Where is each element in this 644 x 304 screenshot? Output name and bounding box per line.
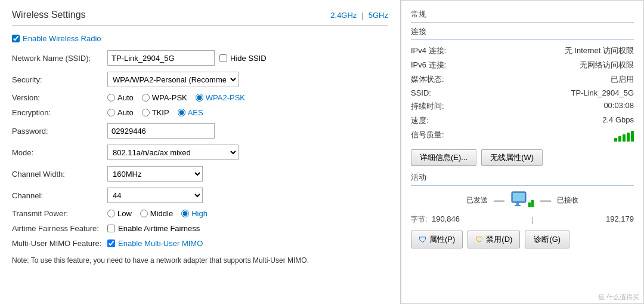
- connection-info-table: IPv4 连接: 无 Internet 访问权限 IPv6 连接: 无网络访问权…: [411, 44, 634, 143]
- bytes-row: 字节: 190,846 | 192,179: [411, 214, 634, 225]
- version-wpapsk-radio[interactable]: [142, 94, 150, 102]
- freq-24ghz-tab[interactable]: 2.4GHz: [330, 11, 357, 20]
- version-radio-group: Auto WPA-PSK WPA2-PSK: [107, 93, 388, 102]
- arrow-icon-2: —: [540, 194, 551, 207]
- enc-tkip-radio[interactable]: [142, 109, 150, 116]
- signal-bar-2: [618, 136, 621, 142]
- channel-label: Channel:: [12, 191, 107, 200]
- connection-section-header: 连接: [411, 26, 634, 40]
- mimo-value-group: Enable Multi-User MIMO: [107, 239, 388, 248]
- freq-separator: |: [361, 11, 363, 20]
- bytes-divider: |: [532, 215, 534, 224]
- transmit-power-row: Transmit Power: Low Middle High: [12, 209, 388, 218]
- airtime-checkbox[interactable]: [107, 225, 115, 232]
- transmit-radio-group: Low Middle High: [107, 209, 388, 218]
- airtime-value-group: Enable Airtime Fairness: [107, 224, 388, 233]
- tx-middle-option[interactable]: Middle: [140, 209, 173, 218]
- channel-width-row: Channel Width: 160MHz: [12, 166, 388, 182]
- properties-button[interactable]: 🛡 属性(P): [411, 231, 463, 248]
- shield-blue-icon: 🛡: [419, 235, 427, 244]
- ssid-input[interactable]: [107, 50, 215, 66]
- channel-width-value-group: 160MHz: [107, 166, 388, 182]
- enc-aes-option[interactable]: AES: [178, 108, 203, 117]
- ipv6-key: IPv6 连接:: [411, 60, 459, 70]
- signal-bar-4: [627, 133, 630, 142]
- wireless-settings-panel: Wireless Settings 2.4GHz | 5GHz Enable W…: [0, 0, 401, 304]
- activity-icons-row: 已发送 — — 已接收: [411, 191, 634, 210]
- enc-auto-option[interactable]: Auto: [107, 108, 134, 117]
- tx-low-radio[interactable]: [107, 210, 115, 217]
- svg-rect-2: [516, 202, 519, 205]
- sent-label: 已发送: [466, 195, 488, 205]
- enc-tkip-option[interactable]: TKIP: [142, 108, 169, 117]
- ssid-row: Network Name (SSID): Hide SSID: [12, 50, 388, 66]
- enable-wireless-checkbox[interactable]: [12, 35, 20, 42]
- channel-width-select[interactable]: 160MHz: [107, 166, 203, 182]
- bottom-btn-row: 🛡 属性(P) 🛡 禁用(D) 诊断(G): [411, 231, 634, 248]
- panel-header: Wireless Settings 2.4GHz | 5GHz: [12, 10, 388, 26]
- password-row: Password:: [12, 123, 388, 139]
- security-value-group: WPA/WPA2-Personal (Recommended): [107, 72, 388, 87]
- mimo-checkbox[interactable]: [107, 239, 115, 247]
- right-panel-inner: 常规 连接 IPv4 连接: 无 Internet 访问权限 IPv6 连接: …: [401, 0, 644, 304]
- hide-ssid-checkbox[interactable]: [219, 54, 227, 62]
- tx-high-radio[interactable]: [181, 210, 189, 217]
- version-auto-radio[interactable]: [107, 94, 115, 102]
- channel-value-group: 44: [107, 188, 388, 203]
- enc-tkip-label: TKIP: [152, 108, 169, 117]
- bytes-received-val: 192,179: [606, 214, 634, 223]
- bytes-sent-group: 字节: 190,846: [411, 214, 460, 225]
- note-text: Note: To use this feature, you need to h…: [12, 256, 309, 265]
- version-wpa2psk-option[interactable]: WPA2-PSK: [196, 93, 245, 102]
- wireless-properties-button[interactable]: 无线属性(W): [481, 149, 543, 166]
- channel-select[interactable]: 44: [107, 188, 203, 203]
- speed-row: 速度: 2.4 Gbps: [411, 113, 634, 128]
- version-wpapsk-option[interactable]: WPA-PSK: [142, 93, 187, 102]
- hide-ssid-option[interactable]: Hide SSID: [219, 54, 267, 63]
- tx-middle-label: Middle: [150, 209, 173, 218]
- received-label: 已接收: [557, 195, 578, 205]
- enc-aes-radio[interactable]: [178, 109, 185, 116]
- version-wpa2psk-radio[interactable]: [196, 94, 203, 102]
- diagnose-button[interactable]: 诊断(G): [525, 231, 569, 248]
- version-auto-option[interactable]: Auto: [107, 93, 134, 102]
- detail-info-button[interactable]: 详细信息(E)...: [411, 149, 476, 166]
- duration-key: 持续时间:: [411, 101, 459, 112]
- mimo-checkbox-label: Enable Multi-User MIMO: [118, 239, 203, 248]
- version-auto-label: Auto: [117, 93, 134, 102]
- disable-button[interactable]: 🛡 禁用(D): [467, 231, 520, 248]
- ipv4-key: IPv4 连接:: [411, 45, 459, 56]
- hide-ssid-label: Hide SSID: [230, 54, 267, 63]
- freq-5ghz-tab[interactable]: 5GHz: [369, 11, 388, 20]
- tx-high-option[interactable]: High: [181, 209, 208, 218]
- speed-val: 2.4 Gbps: [602, 115, 634, 126]
- mode-label: Mode:: [12, 148, 107, 157]
- enc-auto-radio[interactable]: [107, 109, 115, 116]
- activity-section: 活动 已发送 — —: [411, 172, 634, 248]
- password-input[interactable]: [107, 123, 215, 139]
- tx-middle-radio[interactable]: [140, 210, 148, 217]
- disable-label: 禁用(D): [486, 234, 512, 245]
- ipv6-row: IPv6 连接: 无网络访问权限: [411, 58, 634, 72]
- right-panel: 常规 连接 IPv4 连接: 无 Internet 访问权限 IPv6 连接: …: [401, 0, 644, 304]
- media-row: 媒体状态: 已启用: [411, 72, 634, 87]
- shield-yellow-icon: 🛡: [475, 235, 484, 244]
- general-tab[interactable]: 常规: [411, 7, 634, 23]
- enable-wireless-label[interactable]: Enable Wireless Radio: [12, 34, 388, 43]
- tx-low-option[interactable]: Low: [107, 209, 132, 218]
- network-icon: [510, 191, 534, 210]
- mode-select[interactable]: 802.11a/n/ac/ax mixed: [107, 145, 239, 160]
- ipv6-val: 无网络访问权限: [580, 60, 634, 70]
- airtime-checkbox-label: Enable Airtime Fairness: [118, 224, 200, 233]
- airtime-checkbox-option[interactable]: Enable Airtime Fairness: [107, 224, 200, 233]
- mimo-checkbox-option[interactable]: Enable Multi-User MIMO: [107, 239, 203, 248]
- bytes-sent-val: 190,846: [432, 214, 460, 223]
- mode-row: Mode: 802.11a/n/ac/ax mixed: [12, 145, 388, 160]
- panel-title: Wireless Settings: [12, 10, 86, 20]
- enable-wireless-text: Enable Wireless Radio: [23, 34, 101, 43]
- mimo-row: Multi-User MIMO Feature: Enable Multi-Us…: [12, 239, 388, 248]
- enable-wireless-row: Enable Wireless Radio: [12, 34, 388, 43]
- tx-low-label: Low: [117, 209, 132, 218]
- svg-rect-3: [515, 205, 521, 206]
- security-select[interactable]: WPA/WPA2-Personal (Recommended): [107, 72, 239, 87]
